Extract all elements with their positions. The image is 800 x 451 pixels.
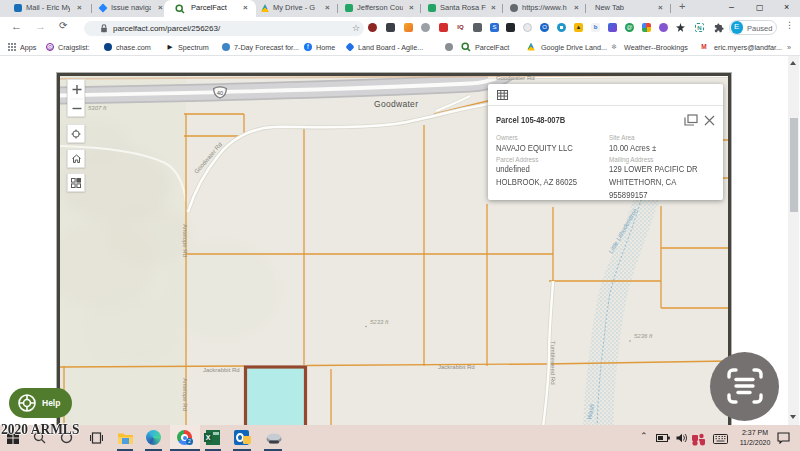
svg-text:Jackrabbit Rd: Jackrabbit Rd — [203, 367, 240, 373]
svg-text:5236 ft: 5236 ft — [634, 333, 653, 339]
svg-text:40: 40 — [217, 90, 223, 96]
svg-text:5307 ft: 5307 ft — [88, 105, 107, 111]
svg-text:Antelope Rd: Antelope Rd — [182, 378, 188, 411]
svg-text:Antelope Rd: Antelope Rd — [182, 224, 188, 257]
svg-text:Goodwater Rd: Goodwater Rd — [496, 76, 535, 81]
svg-text:Goodwater: Goodwater — [374, 99, 418, 109]
svg-text:5233 ft: 5233 ft — [370, 319, 389, 325]
svg-text:Jackrabbit Rd: Jackrabbit Rd — [438, 364, 475, 370]
svg-text:Tumbleweed Rd: Tumbleweed Rd — [550, 341, 556, 384]
